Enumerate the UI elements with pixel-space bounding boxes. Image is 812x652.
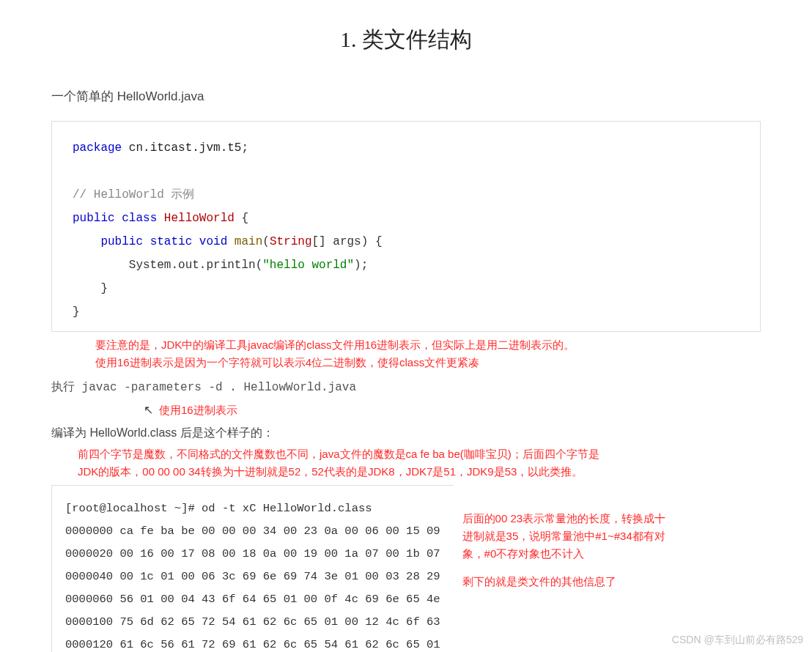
annotation-hex: 使用16进制表示	[159, 401, 237, 419]
compile-command: 执行 javac -parameters -d . HellowWorld.ja…	[51, 379, 761, 398]
keyword-public2: public	[100, 235, 143, 248]
hex-section: [root@localhost ~]# od -t xC HelloWorld.…	[51, 485, 761, 652]
watermark: CSDN @车到山前必有路529	[672, 631, 803, 648]
package-name: cn.itcast.jvm.t5	[129, 141, 242, 155]
cursor-icon: ↖	[144, 401, 153, 420]
keyword-static: static	[150, 235, 193, 248]
string-hello: "hello world"	[262, 259, 354, 272]
cursor-row: ↖ 使用16进制表示	[144, 401, 761, 420]
sysout: System.out.println	[129, 259, 256, 272]
code-block: package cn.itcast.jvm.t5; // HelloWorld …	[51, 121, 761, 332]
param-args: args	[333, 235, 361, 248]
hex-row: 0000120 61 6c 56 61 72 69 61 62 6c 65 54…	[65, 638, 440, 651]
page-title: 1. 类文件结构	[51, 22, 761, 57]
code-comment: // HelloWorld 示例	[73, 188, 194, 201]
annotation-block-2: 前四个字节是魔数，不同格式的文件魔数也不同，java文件的魔数是ca fe ba…	[78, 445, 761, 481]
keyword-class: class	[122, 212, 157, 225]
annotation-block-1: 要注意的是，JDK中的编译工具javac编译的class文件用16进制表示，但实…	[95, 336, 761, 371]
method-main: main	[235, 235, 262, 248]
side-note-1: 后面的00 23表示常量池的长度，转换成十进制就是35，说明常量池中#1~#34…	[462, 510, 675, 563]
type-string: String	[270, 235, 312, 248]
keyword-public: public	[73, 212, 115, 225]
annotation-1a: 要注意的是，JDK中的编译工具javac编译的class文件用16进制表示，但实…	[95, 336, 761, 354]
hex-row: 0000020 00 16 00 17 08 00 18 0a 00 19 00…	[65, 547, 440, 560]
result-label: 编译为 HelloWorld.class 后是这个样子的：	[51, 423, 761, 442]
hex-row: 0000000 ca fe ba be 00 00 00 34 00 23 0a…	[65, 525, 440, 538]
hex-row: 0000060 56 01 00 04 43 6f 64 65 01 00 0f…	[65, 593, 440, 606]
keyword-void: void	[199, 235, 227, 248]
side-note-2: 剩下的就是类文件的其他信息了	[462, 573, 675, 590]
annotation-2a: 前四个字节是魔数，不同格式的文件魔数也不同，java文件的魔数是ca fe ba…	[78, 445, 761, 463]
class-name: HelloWorld	[164, 212, 235, 225]
side-annotations: 后面的00 23表示常量池的长度，转换成十进制就是35，说明常量池中#1~#34…	[462, 485, 675, 652]
hex-row: 0000040 00 1c 01 00 06 3c 69 6e 69 74 3e…	[65, 570, 440, 583]
annotation-1b: 使用16进制表示是因为一个字符就可以表示4位二进制数，使得class文件更紧凑	[95, 354, 761, 371]
annotation-2b: JDK的版本，00 00 00 34转换为十进制就是52，52代表的是JDK8，…	[78, 463, 761, 481]
intro-text: 一个简单的 HelloWorld.java	[51, 86, 761, 106]
keyword-package: package	[73, 141, 122, 155]
hex-prompt: [root@localhost ~]# od -t xC HelloWorld.…	[65, 502, 372, 515]
hex-dump: [root@localhost ~]# od -t xC HelloWorld.…	[51, 485, 454, 652]
hex-row: 0000100 75 6d 62 65 72 54 61 62 6c 65 01…	[65, 615, 440, 629]
